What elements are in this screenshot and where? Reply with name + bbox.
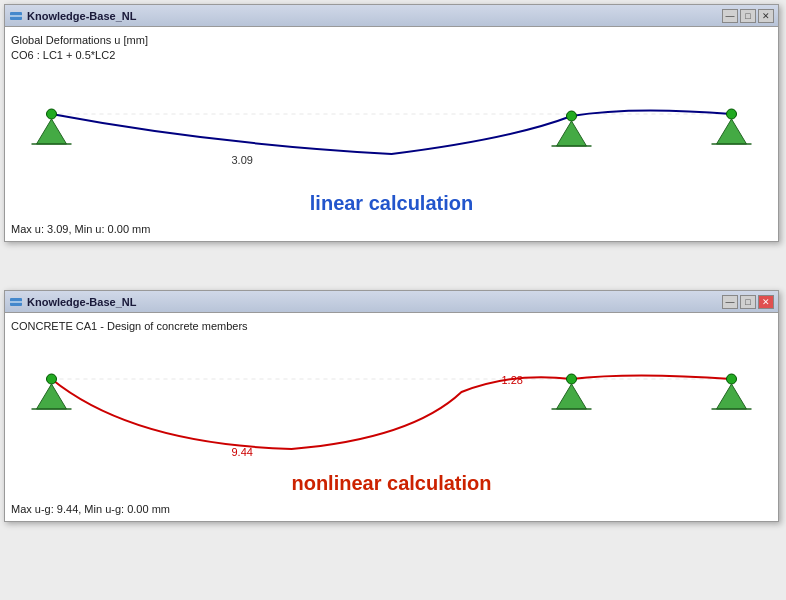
- window1-controls: — □ ✕: [722, 9, 774, 23]
- window2-status: Max u-g: 9.44, Min u-g: 0.00 mm: [11, 503, 772, 515]
- maximize-button-1[interactable]: □: [740, 9, 756, 23]
- svg-text:1.28: 1.28: [502, 374, 523, 386]
- window-linear: Knowledge-Base_NL — □ ✕ Global Deformati…: [4, 4, 779, 242]
- window1-body: Global Deformations u [mm] CO6 : LC1 + 0…: [5, 27, 778, 241]
- window-nonlinear: Knowledge-Base_NL — □ ✕ CONCRETE CA1 - D…: [4, 290, 779, 522]
- linear-beam-svg: 3.09: [11, 64, 772, 184]
- svg-point-18: [727, 374, 737, 384]
- nonlinear-canvas: 9.44 1.28: [11, 334, 772, 464]
- svg-text:3.09: 3.09: [232, 154, 253, 166]
- svg-marker-21: [557, 384, 587, 409]
- window1-info-line1: Global Deformations u [mm]: [11, 33, 772, 48]
- nonlinear-beam-svg: 9.44 1.28: [11, 334, 772, 464]
- titlebar-nonlinear: Knowledge-Base_NL — □ ✕: [5, 291, 778, 313]
- titlebar-linear: Knowledge-Base_NL — □ ✕: [5, 5, 778, 27]
- svg-marker-10: [717, 119, 747, 144]
- maximize-button-2[interactable]: □: [740, 295, 756, 309]
- titlebar-left-linear: Knowledge-Base_NL: [9, 9, 136, 23]
- window2-body: CONCRETE CA1 - Design of concrete member…: [5, 313, 778, 521]
- svg-point-5: [727, 109, 737, 119]
- close-button-2[interactable]: ✕: [758, 295, 774, 309]
- minimize-button-2[interactable]: —: [722, 295, 738, 309]
- window1-info-line2: CO6 : LC1 + 0.5*LC2: [11, 48, 772, 63]
- window2-info-line1: CONCRETE CA1 - Design of concrete member…: [11, 319, 772, 334]
- svg-point-16: [47, 374, 57, 384]
- window1-title: Knowledge-Base_NL: [27, 10, 136, 22]
- svg-point-3: [47, 109, 57, 119]
- window1-status: Max u: 3.09, Min u: 0.00 mm: [11, 223, 772, 235]
- svg-point-4: [567, 111, 577, 121]
- app-icon-2: [9, 295, 23, 309]
- close-button-1[interactable]: ✕: [758, 9, 774, 23]
- linear-label: linear calculation: [11, 184, 772, 219]
- linear-canvas: 3.09: [11, 64, 772, 184]
- app-icon: [9, 9, 23, 23]
- svg-marker-8: [557, 121, 587, 146]
- titlebar-left-nonlinear: Knowledge-Base_NL: [9, 295, 136, 309]
- svg-marker-23: [717, 384, 747, 409]
- nonlinear-label: nonlinear calculation: [11, 464, 772, 499]
- svg-point-17: [567, 374, 577, 384]
- window1-info: Global Deformations u [mm] CO6 : LC1 + 0…: [11, 33, 772, 64]
- window2-info: CONCRETE CA1 - Design of concrete member…: [11, 319, 772, 334]
- svg-marker-6: [37, 119, 67, 144]
- window2-controls: — □ ✕: [722, 295, 774, 309]
- svg-text:9.44: 9.44: [232, 446, 253, 458]
- window2-title: Knowledge-Base_NL: [27, 296, 136, 308]
- minimize-button-1[interactable]: —: [722, 9, 738, 23]
